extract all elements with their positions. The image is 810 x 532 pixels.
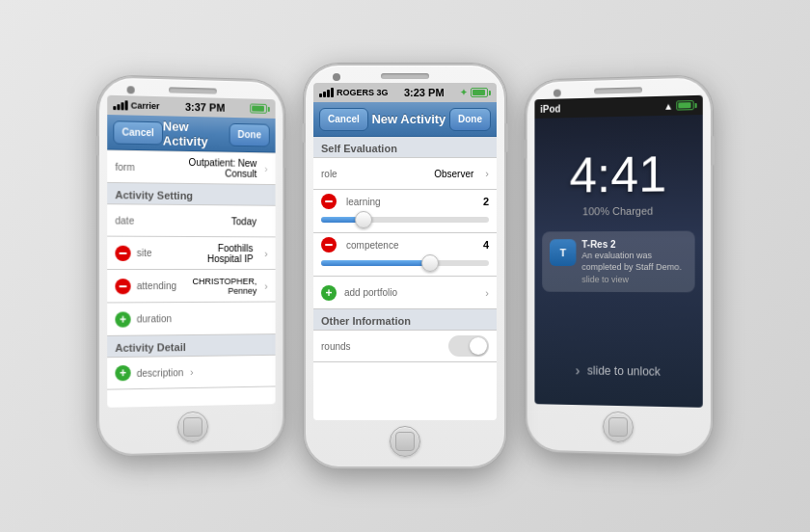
nav-title: New Activity [163, 119, 230, 148]
desc-chevron: › [190, 366, 194, 378]
right-carrier: iPod [540, 103, 560, 114]
learning-value: 2 [483, 196, 489, 207]
slide-label: slide to unlock [587, 364, 661, 379]
learning-slider-thumb[interactable] [355, 211, 372, 228]
competence-slider-track[interactable] [321, 260, 489, 266]
section-other-info: Other Information [313, 309, 497, 330]
time-label: 3:37 PM [185, 101, 225, 114]
competence-value: 4 [483, 239, 489, 251]
right-phone-bottom [603, 406, 634, 453]
center-battery-icon [471, 88, 491, 97]
learning-minus-btn[interactable] [321, 194, 337, 209]
center-done-button[interactable]: Done [449, 108, 491, 131]
center-content: Self Evaluation role Observer › learning… [313, 137, 497, 362]
slide-arrow-icon: › [576, 362, 580, 378]
site-label: site [137, 248, 190, 258]
desc-label: description [137, 367, 190, 379]
rounds-toggle[interactable]: NO [448, 335, 489, 357]
toggle-knob [470, 337, 487, 355]
center-phone-top [306, 66, 504, 83]
cancel-button[interactable]: Cancel [113, 120, 162, 145]
form-value: Outpatient: New Consult [154, 156, 264, 179]
volume-button [95, 136, 99, 155]
learning-slider-track[interactable] [321, 217, 489, 223]
site-value: Foothills Hospital IP [190, 242, 264, 263]
center-speaker [381, 73, 429, 79]
desc-plus-btn[interactable] [115, 365, 130, 381]
duration-plus-btn[interactable] [115, 311, 130, 327]
center-power-button [504, 123, 508, 152]
portfolio-chevron: › [485, 287, 489, 299]
site-chevron: › [264, 248, 268, 259]
phones-container: Carrier 3:37 PM Cancel New Activity Done [98, 64, 712, 468]
power-button [283, 140, 286, 169]
section-self-evaluation: Self Evaluation [313, 137, 497, 157]
battery-icon [250, 103, 269, 113]
bluetooth-icon: ✦ [460, 88, 468, 97]
notif-text: An evaluation was completed by Staff Dem… [581, 251, 687, 274]
site-row: site Foothills Hospital IP › [107, 237, 275, 270]
competence-section: competence 4 [313, 233, 497, 277]
competence-header: competence 4 [313, 233, 497, 253]
left-screen: Carrier 3:37 PM Cancel New Activity Done [107, 95, 275, 408]
role-label: role [321, 169, 374, 179]
lock-screen: 4:41 100% Charged T T-Res 2 An evaluatio… [534, 115, 702, 408]
toggle-switch[interactable]: NO [448, 335, 489, 357]
lock-time: 4:41 [569, 145, 666, 203]
date-row: date Today [107, 203, 275, 237]
duration-row: duration [107, 303, 275, 336]
attending-label: attending [137, 280, 190, 291]
portfolio-label: add portfolio [344, 287, 397, 298]
center-cancel-button[interactable]: Cancel [319, 108, 368, 131]
center-phone-bottom [390, 420, 420, 466]
learning-section: learning 2 [313, 190, 497, 233]
rounds-label: rounds [321, 341, 374, 352]
right-power-button [711, 136, 715, 166]
right-volume-button [524, 140, 527, 159]
section-activity-detail: Activity Detail [107, 334, 275, 357]
center-phone: ROGERS 3G 3:23 PM ✦ Cancel New Activity … [304, 64, 506, 468]
section-activity-setting: Activity Setting [107, 183, 275, 205]
role-chevron: › [485, 168, 489, 179]
center-home-button-inner [395, 432, 415, 451]
center-carrier: ROGERS 3G [337, 88, 389, 97]
competence-label: competence [346, 240, 398, 251]
right-camera [554, 90, 561, 97]
date-value: Today [169, 215, 268, 226]
competence-minus-btn[interactable] [321, 237, 337, 253]
center-nav-bar: Cancel New Activity Done [313, 102, 497, 137]
right-home-button[interactable] [603, 412, 634, 443]
speaker [169, 87, 217, 93]
description-row: description › [107, 355, 275, 390]
form-label: form [115, 161, 154, 173]
slide-to-unlock[interactable]: › slide to unlock [576, 362, 661, 379]
center-home-button[interactable] [390, 426, 420, 457]
portfolio-plus-btn[interactable] [321, 285, 337, 301]
home-button[interactable] [177, 412, 208, 443]
form-chevron: › [264, 163, 268, 174]
notif-app-icon: T [550, 239, 576, 266]
right-screen: iPod ▲ 4:41 100% Charged T T-Res 2 [534, 95, 702, 408]
role-row: role Observer › [313, 157, 497, 190]
competence-slider-fill [321, 260, 430, 266]
right-home-button-inner [608, 417, 628, 437]
right-status-right: ▲ [663, 99, 696, 111]
attending-row: attending CHRISTOPHER,Penney › [107, 270, 275, 304]
rounds-row: rounds NO [313, 330, 497, 362]
site-minus-btn[interactable] [115, 245, 130, 260]
done-button[interactable]: Done [230, 122, 270, 146]
notification-card[interactable]: T T-Res 2 An evaluation was completed by… [542, 231, 694, 293]
learning-slider-container [313, 209, 497, 232]
center-battery-container: ✦ [460, 88, 491, 97]
competence-slider-container [313, 253, 497, 276]
attending-minus-btn[interactable] [115, 279, 130, 294]
left-phone: Carrier 3:37 PM Cancel New Activity Done [97, 75, 284, 457]
competence-slider-thumb[interactable] [421, 254, 439, 272]
add-portfolio-row[interactable]: add portfolio › [313, 277, 497, 309]
carrier-label: Carrier [131, 100, 160, 111]
battery-container [250, 103, 269, 113]
lock-charged: 100% Charged [582, 205, 653, 218]
notif-slide: slide to view [581, 275, 687, 284]
center-status-bar: ROGERS 3G 3:23 PM ✦ [313, 83, 497, 102]
notif-content: T-Res 2 An evaluation was completed by S… [581, 239, 687, 285]
